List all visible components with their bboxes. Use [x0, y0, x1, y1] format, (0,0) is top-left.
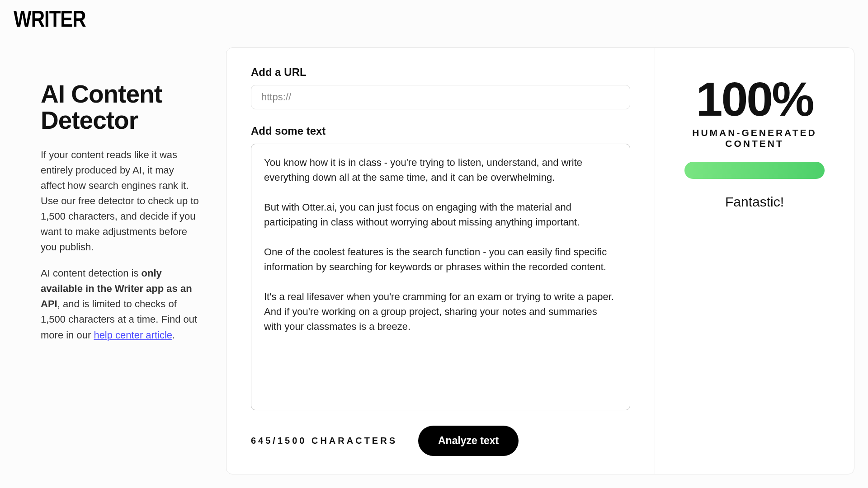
- main-container: AI Content Detector If your content read…: [0, 0, 868, 488]
- text-label: Add some text: [251, 125, 630, 137]
- score-label: HUMAN-GENERATED CONTENT: [673, 127, 836, 149]
- description-2: AI content detection is only available i…: [41, 266, 199, 343]
- desc2-suffix: .: [172, 329, 175, 341]
- page-title: AI Content Detector: [41, 81, 199, 134]
- center-panel: Add a URL Add some text 645/1500 CHARACT…: [226, 48, 655, 474]
- verdict-text: Fantastic!: [673, 194, 836, 210]
- left-panel: AI Content Detector If your content read…: [14, 47, 226, 474]
- url-input[interactable]: [251, 85, 630, 109]
- char-count: 645/1500 CHARACTERS: [251, 436, 397, 446]
- right-panel: 100% HUMAN-GENERATED CONTENT Fantastic!: [655, 48, 854, 474]
- score-value: 100%: [673, 75, 836, 123]
- text-input[interactable]: [251, 144, 630, 410]
- progress-bar: [684, 162, 825, 179]
- desc2-prefix: AI content detection is: [41, 267, 142, 279]
- analyze-button[interactable]: Analyze text: [418, 426, 519, 456]
- description-1: If your content reads like it was entire…: [41, 147, 199, 255]
- bottom-row: 645/1500 CHARACTERS Analyze text: [251, 426, 630, 456]
- url-label: Add a URL: [251, 66, 630, 79]
- logo: WRITER: [14, 6, 86, 32]
- help-center-link[interactable]: help center article: [94, 329, 172, 341]
- card: Add a URL Add some text 645/1500 CHARACT…: [226, 47, 854, 474]
